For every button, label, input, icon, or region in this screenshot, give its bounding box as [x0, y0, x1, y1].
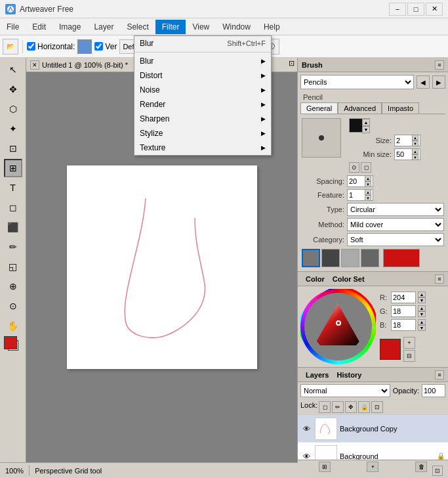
lock-transparent-btn[interactable]: ◻ — [319, 401, 331, 413]
menu-view[interactable]: View — [186, 20, 216, 34]
tool-move[interactable]: ✥ — [4, 80, 22, 98]
menu-edit[interactable]: Edit — [26, 20, 52, 34]
feature-up-btn[interactable]: ▲ — [365, 189, 371, 195]
spacing-down-btn[interactable]: ▼ — [365, 181, 371, 187]
color-tab-colorset[interactable]: Color Set — [329, 275, 369, 283]
opacity-input[interactable] — [422, 384, 445, 397]
b-input[interactable] — [391, 319, 416, 331]
tool-perspective-grid[interactable]: ⊞ — [4, 159, 22, 177]
pen-pressure-btn[interactable]: ◻ — [361, 162, 371, 173]
brush-tab-impasto[interactable]: Impasto — [382, 102, 419, 114]
tool-arrow[interactable]: ↖ — [4, 60, 22, 79]
min-size-up-btn[interactable]: ▲ — [412, 148, 418, 154]
texture-thumb-1[interactable] — [302, 249, 320, 267]
brush-color-display[interactable] — [383, 249, 420, 267]
horizontal-check-input[interactable] — [27, 42, 35, 51]
b-up-btn[interactable]: ▲ — [418, 319, 426, 325]
g-up-btn[interactable]: ▲ — [418, 305, 426, 311]
new-group-btn[interactable]: ⊞ — [319, 462, 331, 472]
tool-fill[interactable]: ⬛ — [4, 218, 22, 236]
r-input[interactable] — [391, 292, 416, 303]
lock-all-btn[interactable]: 🔒 — [358, 401, 370, 413]
horizontal-checkbox[interactable]: Horizontal: — [27, 42, 75, 51]
type-select[interactable]: Circular — [347, 203, 444, 216]
layer-eye-background-copy[interactable]: 👁 — [300, 423, 312, 435]
add-swatch-btn[interactable]: + — [403, 337, 415, 349]
filter-render[interactable]: Render ▶ — [134, 97, 271, 112]
b-down-btn[interactable]: ▼ — [418, 325, 426, 331]
filter-stylize[interactable]: Stylize ▶ — [134, 126, 271, 141]
close-button[interactable]: ✕ — [426, 3, 443, 16]
color-up-btn[interactable]: ▲ — [362, 119, 370, 126]
tool-wand[interactable]: ✦ — [4, 120, 22, 138]
filter-texture[interactable]: Texture ▶ — [134, 141, 271, 155]
toolbar-color-swatch[interactable] — [77, 39, 92, 54]
category-select[interactable]: Soft — [347, 233, 444, 246]
menu-help[interactable]: Help — [257, 20, 287, 34]
tool-text[interactable]: T — [4, 179, 22, 197]
spacing-up-btn[interactable]: ▲ — [365, 175, 371, 181]
brush-color-picker[interactable]: ▲ ▼ — [349, 118, 370, 133]
color-down-btn[interactable]: ▼ — [362, 126, 370, 133]
minimize-button[interactable]: − — [389, 3, 406, 16]
maximize-button[interactable]: □ — [407, 3, 424, 16]
lock-extra-btn[interactable]: ⊡ — [371, 401, 383, 413]
filter-sharpen[interactable]: Sharpen ▶ — [134, 112, 271, 126]
tool-magnifier[interactable]: ⊙ — [4, 297, 22, 315]
brush-next-btn[interactable]: ▶ — [432, 76, 445, 89]
link-btn[interactable]: ⊙ — [349, 162, 359, 173]
tool-crop[interactable]: ⊡ — [4, 139, 22, 158]
method-select[interactable]: Mild cover — [347, 218, 444, 231]
layer-row-background-copy[interactable]: 👁 Background Copy — [298, 415, 448, 443]
vertical-checkbox[interactable]: Ver — [94, 42, 117, 51]
current-color-swatch[interactable] — [380, 339, 401, 360]
color-panel-menu[interactable]: ≡ — [435, 274, 444, 284]
foreground-color[interactable] — [4, 336, 17, 349]
tool-eraser[interactable]: ◱ — [4, 257, 22, 276]
brush-prev-btn[interactable]: ◀ — [417, 76, 430, 89]
tool-shape[interactable]: ◻ — [4, 198, 22, 217]
layers-panel-menu[interactable]: ≡ — [435, 370, 444, 380]
lock-paint-btn[interactable]: ✏ — [332, 401, 344, 413]
remove-swatch-btn[interactable]: ⊟ — [403, 350, 415, 362]
menu-select[interactable]: Select — [120, 20, 155, 34]
texture-thumb-3[interactable] — [341, 249, 359, 267]
feature-down-btn[interactable]: ▼ — [365, 195, 371, 201]
brush-tab-general[interactable]: General — [300, 102, 338, 114]
layer-eye-background[interactable]: 👁 — [300, 450, 312, 460]
brush-type-select[interactable]: Pencils — [300, 75, 414, 89]
menu-file[interactable]: File — [0, 20, 26, 34]
texture-thumb-2[interactable] — [321, 249, 340, 267]
vertical-check-input[interactable] — [94, 42, 103, 51]
filter-noise[interactable]: Noise ▶ — [134, 83, 271, 97]
layer-row-background[interactable]: 👁 Background 🔒 — [298, 443, 448, 460]
size-up-btn[interactable]: ▲ — [412, 135, 418, 141]
layers-mode-select[interactable]: Normal — [300, 384, 390, 397]
canvas-close-btn[interactable]: ✕ — [30, 60, 39, 70]
menu-layer[interactable]: Layer — [87, 20, 120, 34]
size-down-btn[interactable]: ▼ — [412, 141, 418, 146]
color-tab-color[interactable]: Color — [302, 275, 329, 283]
status-icon-btn[interactable]: ⊡ — [432, 466, 443, 476]
brush-panel-menu[interactable]: ≡ — [435, 60, 444, 70]
color-wheel-svg[interactable] — [300, 289, 376, 364]
new-layer-btn[interactable]: + — [367, 462, 378, 472]
canvas-scroll-btn[interactable]: ⊡ — [289, 59, 295, 68]
texture-thumb-4[interactable] — [361, 249, 379, 267]
lock-position-btn[interactable]: ✥ — [345, 401, 357, 413]
layers-tab-history[interactable]: History — [333, 371, 365, 379]
filter-blur[interactable]: Blur ▶ — [134, 54, 271, 68]
tool-eyedropper[interactable]: ⊕ — [4, 277, 22, 295]
menu-filter[interactable]: Filter — [155, 20, 186, 34]
brush-tab-advanced[interactable]: Advanced — [338, 102, 382, 114]
toolbar-open-btn[interactable]: 📂 — [3, 39, 18, 54]
r-down-btn[interactable]: ▼ — [418, 297, 426, 303]
g-input[interactable] — [391, 305, 416, 317]
min-size-down-btn[interactable]: ▼ — [412, 154, 418, 160]
tool-brush[interactable]: ✏ — [4, 238, 22, 256]
menu-image[interactable]: Image — [52, 20, 87, 34]
g-down-btn[interactable]: ▼ — [418, 311, 426, 317]
delete-layer-btn[interactable]: 🗑 — [415, 462, 427, 472]
layers-tab-layers[interactable]: Layers — [302, 371, 333, 379]
filter-distort[interactable]: Distort ▶ — [134, 68, 271, 83]
